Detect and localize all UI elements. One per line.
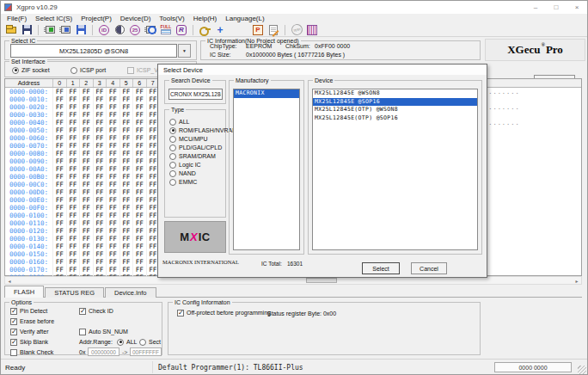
- hex-byte-cell[interactable]: FF: [80, 181, 94, 188]
- hex-byte-cell[interactable]: FF: [80, 103, 94, 111]
- hex-byte-cell[interactable]: FF: [80, 250, 94, 258]
- option-pin-detect-checkbox[interactable]: Pin Detect: [10, 307, 47, 315]
- save-buffer-icon-button[interactable]: [73, 23, 89, 36]
- hex-byte-cell[interactable]: FF: [133, 181, 147, 188]
- search-device-input[interactable]: [168, 89, 223, 100]
- hex-byte-cell[interactable]: FF: [53, 250, 67, 258]
- hex-byte-cell[interactable]: FF: [67, 181, 81, 188]
- hex-byte-cell[interactable]: FF: [80, 95, 94, 103]
- hex-byte-cell[interactable]: FF: [94, 243, 107, 250]
- hex-byte-cell[interactable]: FF: [53, 235, 67, 243]
- hex-byte-cell[interactable]: FF: [80, 204, 94, 212]
- hex-byte-cell[interactable]: FF: [53, 219, 67, 227]
- open-file-icon-button[interactable]: [3, 23, 19, 36]
- hex-byte-cell[interactable]: FF: [80, 219, 94, 227]
- hex-byte-cell[interactable]: FF: [67, 266, 81, 274]
- hex-byte-cell[interactable]: FF: [120, 103, 134, 111]
- close-button[interactable]: ×: [567, 1, 587, 14]
- hex-byte-cell[interactable]: FF: [67, 126, 81, 134]
- menu-item-language[interactable]: Language(L): [221, 15, 268, 22]
- full-function-icon-button[interactable]: FULL: [158, 23, 174, 36]
- device-list-item[interactable]: MX25L12845E @SOP16: [313, 98, 477, 107]
- type-all-radio[interactable]: ALL: [169, 118, 189, 126]
- hex-byte-cell[interactable]: FF: [80, 227, 94, 235]
- find-chip-icon-button[interactable]: [143, 23, 158, 36]
- hex-byte-cell[interactable]: FF: [67, 95, 81, 103]
- tab-device-info[interactable]: Device.Info: [105, 287, 156, 298]
- hex-byte-cell[interactable]: FF: [67, 188, 81, 196]
- hex-byte-cell[interactable]: FF: [94, 196, 107, 204]
- hex-byte-cell[interactable]: FF: [53, 165, 67, 173]
- hex-byte-cell[interactable]: FF: [107, 188, 120, 196]
- hex-byte-cell[interactable]: FF: [133, 266, 147, 274]
- hex-byte-cell[interactable]: FF: [133, 150, 147, 157]
- hex-byte-cell[interactable]: FF: [80, 212, 94, 219]
- hex-byte-cell[interactable]: FF: [67, 165, 81, 173]
- hex-byte-cell[interactable]: FF: [67, 119, 81, 126]
- hex-byte-cell[interactable]: FF: [107, 88, 120, 95]
- hex-byte-cell[interactable]: FF: [133, 196, 147, 204]
- option-erase-before-checkbox[interactable]: Erase before: [10, 317, 54, 325]
- ic-name-combobox[interactable]: MX25L12805D @SON8: [10, 44, 177, 58]
- hex-byte-cell[interactable]: FF: [80, 188, 94, 196]
- hex-byte-cell[interactable]: FF: [53, 157, 67, 165]
- hex-byte-cell[interactable]: FF: [67, 142, 81, 150]
- calibration-stripes-icon-button[interactable]: [304, 23, 320, 36]
- hex-byte-cell[interactable]: FF: [53, 126, 67, 134]
- chip-id-icon-button[interactable]: ID: [96, 23, 112, 36]
- hex-byte-cell[interactable]: FF: [53, 212, 67, 219]
- repeat-operation-icon-button[interactable]: R: [174, 23, 189, 36]
- type-emmc-radio[interactable]: EMMC: [169, 178, 197, 186]
- hex-byte-cell[interactable]: FF: [94, 134, 107, 142]
- hex-byte-cell[interactable]: FF: [133, 243, 147, 250]
- menu-item-help[interactable]: Help(H): [189, 15, 222, 22]
- hex-byte-cell[interactable]: FF: [133, 103, 147, 111]
- hex-byte-cell[interactable]: FF: [120, 266, 134, 274]
- hex-byte-cell[interactable]: FF: [53, 134, 67, 142]
- tab-flash[interactable]: FLASH: [4, 286, 44, 298]
- hex-byte-cell[interactable]: FF: [67, 243, 81, 250]
- edit-buffer-icon-button[interactable]: [266, 23, 281, 36]
- menu-item-tools[interactable]: Tools(V): [155, 15, 188, 22]
- hex-byte-cell[interactable]: FF: [120, 204, 134, 212]
- hex-byte-cell[interactable]: FF: [53, 119, 67, 126]
- hex-byte-cell[interactable]: FF: [53, 103, 67, 111]
- hex-byte-cell[interactable]: FF: [120, 227, 134, 235]
- hex-byte-cell[interactable]: FF: [94, 103, 107, 111]
- hex-byte-cell[interactable]: FF: [94, 266, 107, 274]
- hex-byte-cell[interactable]: FF: [133, 212, 147, 219]
- scroll-left-icon[interactable]: ◂: [5, 277, 14, 284]
- hex-byte-cell[interactable]: FF: [94, 188, 107, 196]
- hex-byte-cell[interactable]: FF: [107, 227, 120, 235]
- hex-byte-cell[interactable]: FF: [94, 227, 107, 235]
- hex-byte-cell[interactable]: FF: [53, 173, 67, 181]
- hex-byte-cell[interactable]: FF: [107, 173, 120, 181]
- hex-byte-cell[interactable]: FF: [107, 196, 120, 204]
- read-chip-icon-button[interactable]: [58, 23, 73, 36]
- hex-byte-cell[interactable]: FF: [80, 258, 94, 266]
- hex-byte-cell[interactable]: FF: [94, 126, 107, 134]
- addr-range-all-radio[interactable]: ALL: [117, 338, 137, 346]
- hex-byte-cell[interactable]: FF: [133, 204, 147, 212]
- hex-byte-cell[interactable]: FF: [53, 181, 67, 188]
- hex-byte-cell[interactable]: FF: [120, 134, 134, 142]
- hex-byte-cell[interactable]: FF: [120, 88, 134, 95]
- tab-status-reg[interactable]: STATUS REG: [45, 287, 104, 298]
- hex-byte-cell[interactable]: FF: [80, 157, 94, 165]
- type-nand-radio[interactable]: NAND: [169, 169, 196, 177]
- hex-byte-cell[interactable]: FF: [94, 173, 107, 181]
- hex-byte-cell[interactable]: FF: [107, 204, 120, 212]
- hex-byte-cell[interactable]: FF: [53, 188, 67, 196]
- hex-byte-cell[interactable]: FF: [94, 157, 107, 165]
- hex-byte-cell[interactable]: FF: [107, 181, 120, 188]
- hex-byte-cell[interactable]: FF: [133, 95, 147, 103]
- hex-byte-cell[interactable]: FF: [107, 157, 120, 165]
- hex-byte-cell[interactable]: FF: [120, 196, 134, 204]
- hex-byte-cell[interactable]: FF: [67, 134, 81, 142]
- hex-byte-cell[interactable]: FF: [120, 142, 134, 150]
- menu-item-file[interactable]: File(F): [3, 15, 31, 22]
- hex-byte-cell[interactable]: FF: [107, 243, 120, 250]
- option-skip-blank-checkbox[interactable]: Skip Blank: [10, 338, 48, 346]
- hex-byte-cell[interactable]: FF: [53, 111, 67, 119]
- minimize-button[interactable]: –: [525, 1, 546, 14]
